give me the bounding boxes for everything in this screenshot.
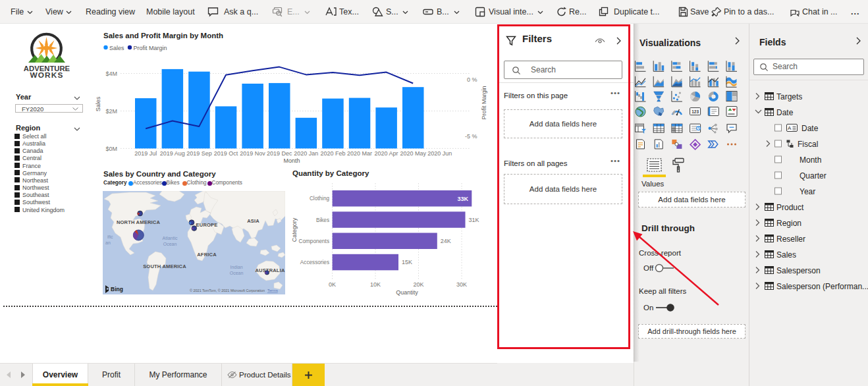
svg-text:Terms: Terms bbox=[267, 289, 278, 292]
svg-text:Sales: Sales bbox=[109, 45, 124, 51]
svg-text:Ocean: Ocean bbox=[230, 271, 244, 275]
svg-text:Salesperson: Salesperson bbox=[776, 266, 821, 275]
svg-text:Atlantic: Atlantic bbox=[163, 236, 178, 240]
svg-text:$4M: $4M bbox=[105, 70, 117, 77]
svg-text:Sales: Sales bbox=[95, 96, 101, 111]
svg-text:Components: Components bbox=[299, 238, 329, 244]
svg-text:15K: 15K bbox=[402, 259, 412, 265]
svg-text:AUSTRALIA: AUSTRALIA bbox=[255, 267, 285, 273]
svg-text:123: 123 bbox=[692, 109, 699, 114]
svg-text:Clothing: Clothing bbox=[310, 196, 329, 202]
svg-text:ific: ific bbox=[107, 234, 113, 239]
svg-text:ASIA: ASIA bbox=[247, 218, 259, 224]
svg-text:Year: Year bbox=[800, 187, 815, 196]
svg-text:-5 %: -5 % bbox=[465, 133, 477, 140]
svg-text:0K: 0K bbox=[329, 281, 336, 288]
svg-text:WORKS: WORKS bbox=[30, 70, 63, 80]
svg-text:Profit Margin: Profit Margin bbox=[134, 45, 167, 51]
svg-text:Month: Month bbox=[800, 155, 821, 165]
svg-text:Quarter: Quarter bbox=[800, 171, 827, 180]
svg-text:SOUTH AMERICA: SOUTH AMERICA bbox=[143, 263, 186, 269]
svg-text:33K: 33K bbox=[457, 196, 468, 202]
svg-text:Indian: Indian bbox=[230, 265, 242, 269]
svg-text:24K: 24K bbox=[441, 238, 451, 244]
svg-text:A: A bbox=[788, 125, 792, 131]
svg-text:EUROPE: EUROPE bbox=[196, 222, 218, 228]
svg-text:AFRICA: AFRICA bbox=[197, 252, 217, 258]
svg-text:$2M: $2M bbox=[105, 108, 117, 115]
svg-text:0 %: 0 % bbox=[467, 76, 477, 83]
svg-text:Quantity: Quantity bbox=[396, 289, 418, 296]
svg-text:Sales and Profit Margin by Mon: Sales and Profit Margin by Month bbox=[103, 32, 223, 40]
svg-text:10K: 10K bbox=[370, 281, 381, 288]
svg-text:NORTH AMERICA: NORTH AMERICA bbox=[117, 219, 160, 225]
svg-text:Sales: Sales bbox=[776, 250, 796, 260]
svg-text:20K: 20K bbox=[413, 281, 423, 288]
svg-text:Bing: Bing bbox=[111, 286, 123, 292]
svg-text:Reseller: Reseller bbox=[776, 234, 805, 244]
svg-text:Salesperson (Performan...: Salesperson (Performan... bbox=[776, 282, 868, 291]
svg-text:Bikes: Bikes bbox=[316, 217, 329, 223]
svg-text:an: an bbox=[105, 240, 111, 245]
svg-text:Quantity by Category: Quantity by Category bbox=[292, 169, 369, 177]
svg-text:30K: 30K bbox=[456, 281, 467, 288]
svg-text:Category: Category bbox=[291, 217, 298, 242]
svg-text:Ocean: Ocean bbox=[163, 242, 177, 246]
svg-text:Fiscal: Fiscal bbox=[798, 140, 818, 149]
svg-text:Date: Date bbox=[801, 124, 819, 133]
svg-text:© 2021 TomTom, © 2021 Microsof: © 2021 TomTom, © 2021 Microsoft Corporat… bbox=[190, 289, 265, 292]
svg-text:Accessories: Accessories bbox=[300, 260, 329, 265]
svg-text:31K: 31K bbox=[469, 217, 479, 223]
svg-text:Product: Product bbox=[776, 203, 804, 212]
svg-text:Targets: Targets bbox=[776, 92, 802, 101]
svg-text:Profit Margin: Profit Margin bbox=[481, 86, 487, 119]
svg-text:Region: Region bbox=[776, 219, 801, 228]
svg-text:Date: Date bbox=[776, 108, 794, 117]
